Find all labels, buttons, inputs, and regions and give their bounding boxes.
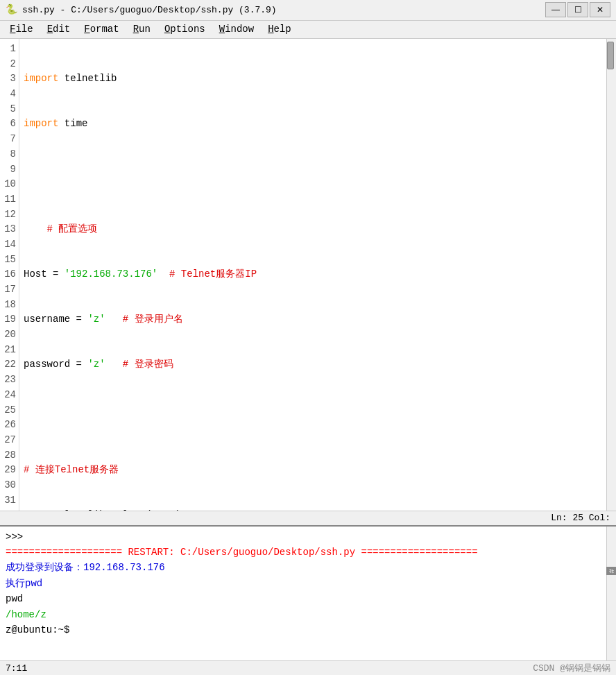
- title-bar-text: ssh.py - C:/Users/guoguo/Desktop/ssh.py …: [22, 5, 277, 15]
- menu-options[interactable]: Options: [157, 21, 212, 38]
- shell-output-line1: 成功登录到设备：192.168.73.176: [6, 560, 601, 575]
- shell-content[interactable]: >>> ==================== RESTART: C:/Use…: [0, 527, 606, 661]
- code-line-6: Host = '192.168.73.176' # Telnet服务器IP: [24, 267, 602, 282]
- shell-line1: 成功登录到设备：192.168.73.176: [6, 562, 165, 573]
- shell-divider-right: ====================: [361, 547, 478, 558]
- menu-edit[interactable]: Edit: [40, 21, 78, 38]
- code-line-11: # 连接Telnet服务器: [24, 463, 602, 478]
- close-button[interactable]: ✕: [590, 2, 610, 17]
- shell-line2: 执行pwd: [6, 578, 42, 589]
- title-bar-left: 🐍 ssh.py - C:/Users/guoguo/Desktop/ssh.p…: [6, 3, 277, 16]
- menu-help[interactable]: Help: [261, 21, 298, 38]
- code-line-12: tn = telnetlib.Telnet(Host): [24, 508, 602, 511]
- shell-scrollbar[interactable]: #: [606, 527, 616, 661]
- app-window: 🐍 ssh.py - C:/Users/guoguo/Desktop/ssh.p…: [0, 0, 616, 675]
- minimize-button[interactable]: —: [545, 2, 566, 17]
- shell-line4: /home/z: [6, 609, 46, 620]
- shell-output-line3: pwd: [6, 591, 601, 606]
- shell-divider-line: ==================== RESTART: C:/Users/g…: [6, 545, 601, 560]
- title-bar-controls: — ☐ ✕: [545, 2, 610, 17]
- shell-prompt: >>>: [6, 531, 23, 542]
- shell-output-line2: 执行pwd: [6, 576, 601, 591]
- line-numbers: 12345 678910 1112131415 1617181920 21222…: [0, 39, 19, 511]
- shell-output-line5: z@ubuntu:~$: [6, 622, 601, 638]
- shell-divider-left: ====================: [6, 547, 122, 558]
- shell-section: >>> ==================== RESTART: C:/Use…: [0, 525, 616, 661]
- shell-line3: pwd: [6, 593, 23, 604]
- shell-line5: z@ubuntu:~$: [6, 624, 69, 635]
- code-line-2: import time: [24, 117, 602, 132]
- shell-restart-label: RESTART: C:/Users/guoguo/Desktop/ssh.py: [122, 547, 361, 558]
- maximize-button[interactable]: ☐: [567, 2, 588, 17]
- editor-scrollbar[interactable]: [606, 39, 616, 511]
- watermark-text: CSDN @锅锅是锅锅: [533, 662, 610, 674]
- editor-section: 12345 678910 1112131415 1617181920 21222…: [0, 39, 616, 511]
- menu-file[interactable]: File: [3, 21, 40, 38]
- clock-display: 7:11: [6, 663, 27, 674]
- code-line-8: password = 'z' # 登录密码: [24, 357, 602, 373]
- shell-prompt-line: >>>: [6, 529, 601, 545]
- hash-mark: #: [606, 567, 616, 576]
- code-line-5: # 配置选项: [24, 222, 602, 237]
- app-icon: 🐍: [6, 3, 18, 16]
- bottom-bar: 7:11 CSDN @锅锅是锅锅: [0, 660, 616, 675]
- menu-bar: File Edit Format Run Options Window Help: [0, 21, 616, 39]
- title-bar: 🐍 ssh.py - C:/Users/guoguo/Desktop/ssh.p…: [0, 0, 616, 21]
- scrollbar-thumb[interactable]: [607, 42, 614, 69]
- menu-window[interactable]: Window: [212, 21, 261, 38]
- shell-output-line4: /home/z: [6, 607, 601, 622]
- code-line-1: import telnetlib: [24, 71, 602, 87]
- code-line-7: username = 'z' # 登录用户名: [24, 312, 602, 327]
- menu-run[interactable]: Run: [126, 21, 157, 38]
- code-editor[interactable]: import telnetlib import time # 配置选项 Host…: [19, 39, 606, 511]
- status-text: Ln: 25 Col:: [551, 513, 610, 523]
- menu-format[interactable]: Format: [77, 21, 126, 38]
- editor-main[interactable]: 12345 678910 1112131415 1617181920 21222…: [0, 39, 606, 511]
- status-bar: Ln: 25 Col:: [0, 511, 616, 525]
- shell-inner: >>> ==================== RESTART: C:/Use…: [0, 527, 616, 661]
